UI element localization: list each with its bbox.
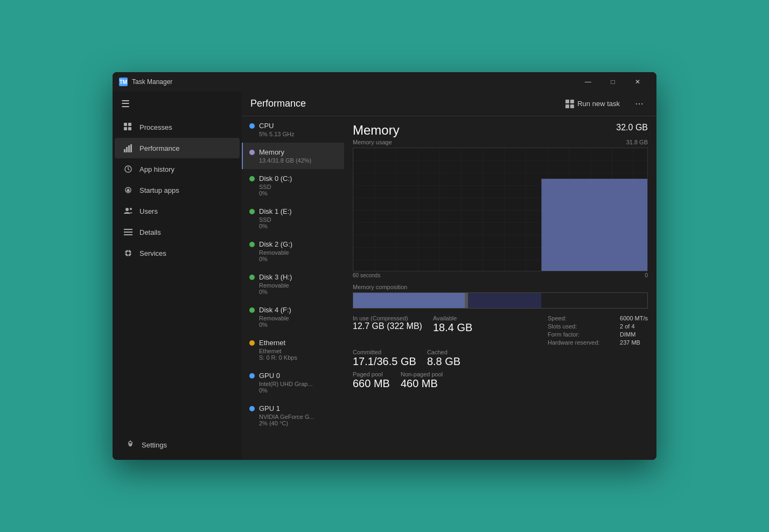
page-title: Performance bbox=[250, 98, 306, 109]
content-header: Performance Run new task ⋯ bbox=[242, 92, 656, 116]
svg-rect-24 bbox=[541, 179, 647, 271]
perf-disk1-header: Disk 1 (E:) bbox=[249, 207, 338, 215]
more-button[interactable]: ⋯ bbox=[631, 96, 648, 111]
ethernet-sub: Ethernet bbox=[249, 348, 338, 354]
memory-usage-right: 31.8 GB bbox=[626, 139, 648, 145]
perf-item-disk3[interactable]: Disk 3 (H:) Removable 0% bbox=[242, 268, 344, 300]
perf-disk2-header: Disk 2 (G:) bbox=[249, 240, 338, 248]
disk1-dot bbox=[249, 209, 255, 214]
ethernet-val: S: 0 R: 0 Kbps bbox=[249, 354, 338, 361]
disk4-name: Disk 4 (F:) bbox=[259, 306, 291, 314]
disk2-dot bbox=[249, 242, 255, 247]
info-form: Form factor: DIMM bbox=[548, 331, 648, 338]
maximize-button[interactable]: □ bbox=[600, 72, 625, 92]
sidebar-item-app-history[interactable]: App history bbox=[115, 159, 240, 179]
svg-rect-18 bbox=[130, 253, 132, 254]
perf-item-gpu1[interactable]: GPU 1 NVIDIA GeForce G... 2% (40 °C) bbox=[242, 399, 344, 432]
sidebar-item-users-label: Users bbox=[139, 207, 158, 215]
committed-label: Committed bbox=[353, 349, 416, 355]
perf-item-disk4[interactable]: Disk 4 (F:) Removable 0% bbox=[242, 300, 344, 333]
gpu0-val: 0% bbox=[249, 387, 338, 394]
sidebar-item-processes[interactable]: Processes bbox=[115, 117, 240, 137]
close-button[interactable]: ✕ bbox=[625, 72, 650, 92]
slots-label: Slots used: bbox=[548, 323, 607, 330]
disk0-dot bbox=[249, 176, 255, 181]
cached-value: 8.8 GB bbox=[427, 355, 460, 368]
svg-rect-15 bbox=[128, 249, 129, 251]
gpu0-name: GPU 0 bbox=[259, 372, 280, 380]
svg-point-11 bbox=[130, 208, 132, 210]
perf-item-disk0[interactable]: Disk 0 (C:) SSD 0% bbox=[242, 169, 344, 202]
perf-item-disk2[interactable]: Disk 2 (G:) Removable 0% bbox=[242, 235, 344, 268]
stats-row-1: In use (Compressed) 12.7 GB (322 MB) Ava… bbox=[353, 315, 472, 334]
processes-icon bbox=[123, 122, 133, 132]
sidebar: ☰ Processes bbox=[113, 92, 242, 460]
sidebar-item-performance[interactable]: Performance bbox=[115, 138, 240, 158]
hw-reserved-value: 237 MB bbox=[620, 339, 640, 346]
perf-item-cpu[interactable]: CPU 5% 5.13 GHz bbox=[242, 116, 344, 143]
sidebar-item-services-label: Services bbox=[139, 249, 166, 257]
disk0-sub: SSD bbox=[249, 184, 338, 190]
run-new-task-button[interactable]: Run new task bbox=[561, 97, 624, 110]
svg-rect-20 bbox=[570, 100, 574, 103]
perf-item-memory[interactable]: Memory 13.4/31.8 GB (42%) bbox=[242, 143, 344, 169]
sidebar-item-services[interactable]: Services bbox=[115, 243, 240, 263]
sidebar-item-startup-label: Startup apps bbox=[139, 186, 179, 194]
perf-memory-header: Memory bbox=[249, 148, 338, 156]
sidebar-item-startup-apps[interactable]: Startup apps bbox=[115, 180, 240, 200]
disk3-sub: Removable bbox=[249, 282, 338, 289]
header-actions: Run new task ⋯ bbox=[561, 96, 648, 111]
details-icon bbox=[123, 227, 133, 237]
memory-sub: 13.4/31.8 GB (42%) bbox=[249, 157, 338, 164]
sidebar-item-users[interactable]: Users bbox=[115, 201, 240, 221]
svg-rect-1 bbox=[128, 123, 131, 126]
disk3-val: 0% bbox=[249, 289, 338, 295]
speed-value: 6000 MT/s bbox=[620, 315, 648, 321]
svg-rect-7 bbox=[130, 144, 132, 152]
memory-composition-bar bbox=[353, 292, 648, 309]
perf-item-ethernet[interactable]: Ethernet Ethernet S: 0 R: 0 Kbps bbox=[242, 333, 344, 366]
startup-icon bbox=[123, 185, 133, 195]
gpu0-dot bbox=[249, 373, 255, 379]
disk1-name: Disk 1 (E:) bbox=[259, 207, 292, 215]
svg-rect-5 bbox=[126, 147, 128, 152]
paged-pool-label: Paged pool bbox=[353, 371, 390, 377]
ethernet-name: Ethernet bbox=[259, 339, 285, 347]
stats-row-3: Paged pool 660 MB Non-paged pool 460 MB bbox=[353, 371, 648, 390]
memory-graph-svg bbox=[353, 148, 647, 271]
cpu-dot bbox=[249, 123, 255, 129]
sidebar-footer: Settings bbox=[113, 430, 242, 460]
svg-rect-0 bbox=[124, 123, 127, 126]
sidebar-item-details[interactable]: Details bbox=[115, 222, 240, 242]
info-speed: Speed: 6000 MT/s bbox=[548, 315, 648, 321]
cpu-name: CPU bbox=[259, 122, 274, 130]
disk3-dot bbox=[249, 275, 255, 280]
settings-icon bbox=[125, 440, 135, 450]
info-slots: Slots used: 2 of 4 bbox=[548, 323, 648, 330]
perf-item-gpu0[interactable]: GPU 0 Intel(R) UHD Grap... 0% bbox=[242, 366, 344, 399]
sidebar-item-settings[interactable]: Settings bbox=[117, 435, 237, 455]
stat-non-paged-pool: Non-paged pool 460 MB bbox=[401, 371, 443, 390]
perf-gpu0-header: GPU 0 bbox=[249, 372, 338, 380]
available-label: Available bbox=[433, 315, 472, 321]
users-icon bbox=[123, 206, 133, 216]
sidebar-item-settings-label: Settings bbox=[142, 441, 167, 449]
perf-item-disk1[interactable]: Disk 1 (E:) SSD 0% bbox=[242, 202, 344, 235]
info-hw-reserved: Hardware reserved: 237 MB bbox=[548, 339, 648, 346]
speed-label: Speed: bbox=[548, 315, 607, 321]
svg-rect-16 bbox=[128, 255, 129, 257]
info-panel: Speed: 6000 MT/s Slots used: 2 of 4 Form… bbox=[548, 315, 648, 346]
window-controls: — □ ✕ bbox=[576, 72, 650, 92]
cpu-sub: 5% 5.13 GHz bbox=[249, 131, 338, 137]
form-value: DIMM bbox=[620, 331, 635, 338]
comp-cached bbox=[468, 293, 542, 308]
minimize-button[interactable]: — bbox=[576, 72, 600, 92]
memory-detail-panel: Memory 32.0 GB Memory usage 31.8 GB bbox=[344, 116, 656, 460]
svg-point-10 bbox=[125, 208, 129, 211]
disk4-dot bbox=[249, 307, 255, 313]
perf-ethernet-header: Ethernet bbox=[249, 339, 338, 347]
app-history-icon bbox=[123, 164, 133, 174]
hamburger-menu[interactable]: ☰ bbox=[113, 92, 242, 116]
disk2-val: 0% bbox=[249, 256, 338, 262]
memory-title: Memory bbox=[353, 123, 400, 138]
